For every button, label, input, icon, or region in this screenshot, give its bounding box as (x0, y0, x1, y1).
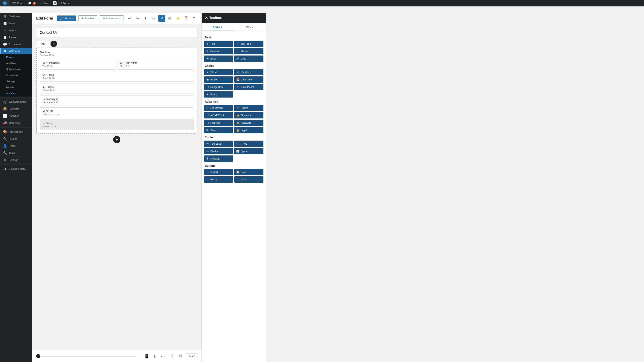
toolbox-select[interactable]: ≡ Select (204, 69, 233, 75)
toolbox-signature[interactable]: ✍ Signature (234, 112, 264, 118)
toolbox-search[interactable]: 🔍 Search (204, 127, 233, 133)
wsform-icon: W (53, 1, 56, 5)
add-section-button[interactable]: + (113, 136, 120, 143)
toolbox-divider[interactable]: — Divider (204, 148, 233, 154)
sidebar-item-settings2[interactable]: ⚙ Settings (0, 156, 32, 163)
sidebar-item-plugins[interactable]: 🔌 Plugins (0, 135, 32, 142)
sidebar-item-analytics[interactable]: 📊 Analytics (0, 112, 32, 119)
sidebar-item-users[interactable]: 👤 Users (0, 142, 32, 149)
toolbox-message[interactable]: ℹ Message (204, 155, 233, 162)
toolbox-content: Basic T Text ≡ Text Area # Number 📞 Phon… (202, 31, 266, 186)
sidebar-item-customize[interactable]: Customize (0, 72, 32, 78)
redo-button[interactable]: ↪ (134, 15, 141, 22)
sidebar-item-appearance[interactable]: 🎨 Appearance (0, 128, 32, 135)
circle-button[interactable]: ◎ (166, 15, 173, 22)
woocommerce-icon: 🛒 (3, 100, 7, 104)
divider-field-icon: — (206, 150, 209, 153)
adminbar-site-name[interactable]: WS Form (10, 0, 26, 6)
toolbox-rating[interactable]: ★ Rating (204, 91, 233, 97)
sidebar-item-media[interactable]: 🖼 Media (0, 27, 32, 34)
sidebar-item-products[interactable]: 📦 Products (0, 105, 32, 112)
tab-item[interactable]: Tab (36, 41, 49, 47)
add-tab-button[interactable]: + (50, 41, 57, 47)
sidebar-item-woocommerce[interactable]: 🛒 WooCommerce (0, 98, 32, 105)
toolbox-radio[interactable]: ◉ Radio (204, 76, 233, 83)
toolbox-progress[interactable]: ⊣ Progress (204, 120, 233, 126)
preview-button[interactable]: 👁 Preview (78, 15, 97, 21)
sidebar-item-collapse[interactable]: ◀ Collapse menu (0, 165, 32, 172)
toolbox-reset-btn[interactable]: ↺ Reset (204, 176, 233, 183)
lightning-button[interactable]: ⚡ (174, 15, 181, 22)
toolbox-range-slider[interactable]: ⊣ Range Slider (204, 84, 233, 90)
field-submit[interactable]: ↪ Submit Submit ID: 14 (40, 119, 194, 130)
field-icon-gdpr: ☑ (42, 110, 45, 113)
toolbox-hidden[interactable]: 👁 Hidden (234, 105, 264, 111)
toolbox-textarea[interactable]: ≡ Text Area (234, 41, 264, 47)
field-gdpr[interactable]: ☑ GDPR Checkbox ID: 13 (40, 107, 194, 118)
toolbox-text-editor[interactable]: ✏ Text Editor (204, 141, 233, 147)
toolbox-phone[interactable]: 📞 Phone (234, 48, 264, 54)
sidebar-item-pages[interactable]: 📋 Pages (0, 34, 32, 41)
tab-undo[interactable]: UNDO (234, 23, 266, 30)
toolbox-spacer[interactable]: ⬜ Spacer (234, 148, 264, 154)
sidebar-item-submissions[interactable]: Submissions (0, 66, 32, 72)
sidebar-item-posts[interactable]: 📄 Posts (0, 20, 32, 27)
zoom-slider[interactable] (36, 356, 137, 357)
sidebar-item-add-new[interactable]: Add New (0, 60, 32, 66)
adminbar-comments[interactable]: 💬 0 (26, 0, 38, 6)
field-phone[interactable]: 📞 Phone Phone ID: 11 (40, 83, 194, 94)
sidebar-item-forms[interactable]: Forms (0, 54, 32, 60)
adminbar-wsform[interactable]: W WS Form (50, 0, 71, 6)
toolbox-clear-btn[interactable]: ✕ Clear (234, 176, 264, 183)
sidebar-item-migrate[interactable]: Migrate (0, 84, 32, 90)
toolbox-url[interactable]: 🔗 URL (234, 55, 264, 62)
toolbox-checkbox[interactable]: ☑ Checkbox (234, 69, 264, 75)
form-section: Section Section ID: 4 ▭ * First Name Tex… (36, 47, 198, 134)
shield-button[interactable]: 🛡 (150, 15, 157, 22)
sidebar-item-settings[interactable]: Settings (0, 78, 32, 84)
desktop-large-icon[interactable]: 🖥 (178, 353, 183, 360)
field-inquiry[interactable]: ▭ Your Inquiry Text Area ID: 12 (40, 95, 194, 106)
sidebar-item-tools[interactable]: 🔧 Tools (0, 149, 32, 156)
appearance-icon: 🎨 (3, 130, 7, 134)
toolbox-save-btn[interactable]: 💾 Save (234, 169, 264, 175)
toolbox-password[interactable]: 🔒 Password (234, 120, 264, 126)
toolbox-text[interactable]: T Text (204, 41, 233, 47)
mobile-icon[interactable]: 📱 (143, 353, 150, 360)
toolbox-recaptcha[interactable]: ↺ reCAPTCHA (204, 112, 233, 118)
wsform-active-button[interactable]: ✕ (158, 15, 165, 22)
field-first-name[interactable]: ▭ * First Name Text ID: 8 (40, 59, 116, 70)
publish-button[interactable]: 🚀 Publish (57, 15, 76, 21)
toolbox-email[interactable]: ✉ Email (204, 55, 233, 62)
undo-button[interactable]: ↩ (126, 15, 133, 22)
help-button[interactable]: ❓ (182, 15, 190, 22)
toolbox-file-upload[interactable]: 📎 File Upload (204, 105, 233, 111)
download-button[interactable]: ⬇ (142, 15, 149, 22)
sidebar-item-marketing[interactable]: 📣 Marketing (0, 119, 32, 126)
toolbox-color-picker[interactable]: ✏ Color Picker (234, 84, 264, 90)
settings-topbar-button[interactable]: ⚙ (190, 15, 198, 22)
field-icon-submit: ↪ (42, 122, 45, 125)
toolbox-number[interactable]: # Number (204, 48, 233, 54)
toolbox-legal[interactable]: 🔒 Legal (234, 127, 264, 133)
toolbox-submit-btn[interactable]: ↪ Submit (204, 169, 233, 175)
tablet-landscape-icon[interactable]: ▭ (160, 353, 166, 360)
toolbox-datetime[interactable]: 📅 Date/Time (234, 76, 264, 83)
settings-icon: ⚙ (3, 158, 7, 162)
adminbar-new[interactable]: + New (38, 0, 50, 6)
sidebar-item-dashboard[interactable]: ⊞ Dashboard (0, 13, 32, 20)
table-icon: ⊞ (103, 17, 105, 20)
tab-fields[interactable]: FIELDS (202, 23, 234, 31)
reset-button[interactable]: Reset (186, 353, 197, 359)
toolbox-html[interactable]: </> HTML (234, 141, 264, 147)
submissions-button[interactable]: ⊞ Submissions (100, 15, 124, 21)
desktop-small-icon[interactable]: 🖥 (169, 353, 174, 360)
sidebar-item-comments[interactable]: 💬 Comments (0, 41, 32, 48)
adminbar-wp-logo[interactable]: 🔷 (0, 0, 10, 6)
tablet-portrait-icon[interactable]: ▯ (153, 353, 157, 360)
sidebar-item-addons[interactable]: Add-Ons (0, 90, 32, 96)
sidebar-item-wsform[interactable]: ✕ WS Form (0, 48, 32, 54)
wsform-submenu: Forms Add New Submissions Customize Sett… (0, 54, 32, 96)
field-last-name[interactable]: ▭ * Last Name Text ID: 9 (118, 59, 194, 70)
field-email[interactable]: ✉ * Email Email ID: 10 (40, 71, 194, 82)
